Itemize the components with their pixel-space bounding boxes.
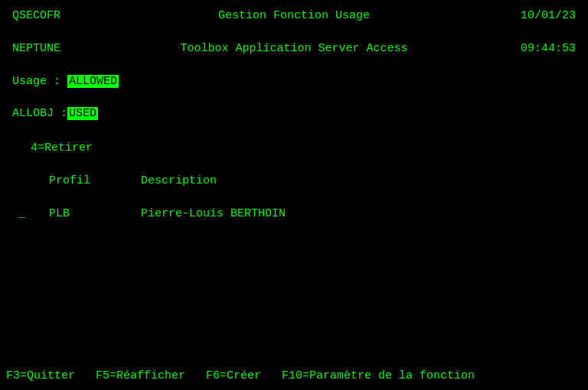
row-selector[interactable]: _ [18, 207, 25, 220]
usage-label: Usage : [12, 75, 60, 88]
function-keys: F3=Quitter F5=Réafficher F6=Créer F10=Pa… [6, 369, 582, 382]
action-retirer[interactable]: 4=Retirer [31, 141, 93, 154]
col-profil-header: Profil [49, 174, 90, 187]
time: 09:44:53 [521, 42, 576, 55]
allobj-label: ALLOBJ : [12, 107, 67, 120]
system-name: NEPTUNE [12, 42, 60, 55]
date: 10/01/23 [521, 9, 576, 22]
page-title: Gestion Fonction Usage [218, 9, 370, 22]
col-description-header: Description [141, 174, 217, 187]
row-description: Pierre-Louis BERTHOIN [141, 207, 286, 220]
allobj-value[interactable]: USED [67, 107, 98, 120]
subtitle: Toolbox Application Server Access [180, 42, 407, 55]
system-user: QSECOFR [12, 9, 60, 22]
row-profil: PLB [49, 207, 70, 220]
usage-value[interactable]: ALLOWED [67, 75, 119, 88]
